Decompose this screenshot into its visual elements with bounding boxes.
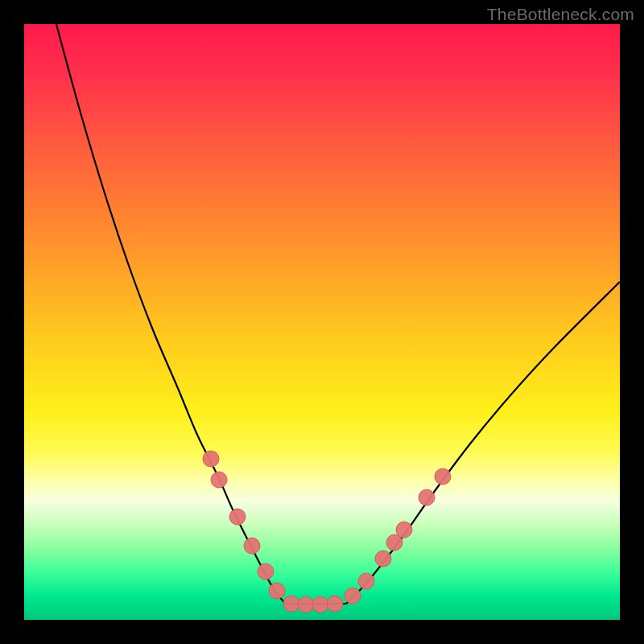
data-marker [269,583,285,599]
data-marker [419,489,435,506]
plot-area [24,24,620,620]
data-marker [396,522,412,538]
data-marker [435,469,451,485]
watermark-text: TheBottleneck.com [487,5,634,24]
data-marker [244,538,260,554]
data-marker [358,573,374,589]
data-marker [327,596,343,612]
data-marker [345,588,361,604]
data-marker [298,597,314,613]
curve-left [56,24,286,604]
chart-svg [24,24,620,620]
data-marker [283,596,299,612]
data-marker [312,597,328,613]
curve-layer [56,24,620,604]
data-marker [203,451,219,467]
data-marker [211,472,227,488]
chart-frame: TheBottleneck.com [0,0,644,644]
data-marker [375,551,391,567]
data-marker [258,564,274,580]
marker-layer [203,451,451,613]
data-marker [229,509,246,525]
